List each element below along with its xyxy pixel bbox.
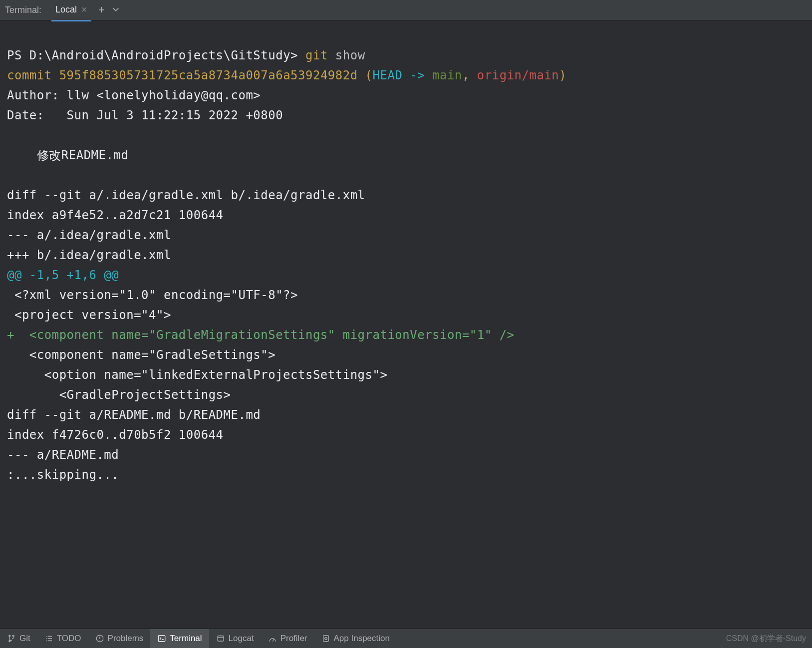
terminal-tab-label: Local [55, 4, 77, 15]
warning-icon [95, 634, 104, 643]
tool-label: Terminal [170, 634, 202, 644]
terminal-icon [157, 634, 166, 643]
diff-hunk: @@ -1,5 +1,6 @@ [7, 268, 119, 282]
svg-rect-3 [323, 636, 328, 642]
date-line: Date: Sun Jul 3 11:22:15 2022 +0800 [7, 108, 283, 122]
commit-message: 修改README.md [7, 148, 128, 162]
diff-index: index f4726c0..d70b5f2 100644 [7, 428, 224, 442]
diff-header: diff --git a/.idea/gradle.xml b/.idea/gr… [7, 188, 365, 202]
watermark-text: CSDN @初学者-Study [726, 634, 812, 644]
svg-point-4 [324, 638, 327, 640]
diff-old-file: --- a/.idea/gradle.xml [7, 228, 171, 242]
terminal-output[interactable]: PS D:\Android\AndroidProjects\GitStudy> … [0, 20, 812, 490]
commit-line: commit 595f885305731725ca5a8734a007a6a53… [7, 68, 566, 82]
tool-label: TODO [57, 634, 81, 644]
tool-label: Profiler [280, 634, 307, 644]
diff-header: diff --git a/README.md b/README.md [7, 408, 261, 422]
bottom-tool-bar: Git TODO Problems Terminal Logcat Profil… [0, 629, 812, 648]
diff-added: + <component name="GradleMigrationSettin… [7, 328, 515, 342]
tool-app-inspection[interactable]: App Inspection [314, 629, 397, 648]
list-icon [44, 634, 53, 643]
diff-index: index a9f4e52..a2d7c21 100644 [7, 208, 224, 222]
diff-context: <component name="GradleSettings"> [7, 348, 275, 362]
close-icon[interactable]: ✕ [81, 5, 87, 14]
diff-context: <?xml version="1.0" encoding="UTF-8"?> [7, 288, 298, 302]
terminal-panel-label: Terminal: [5, 5, 41, 15]
tool-terminal[interactable]: Terminal [150, 629, 209, 648]
tool-label: Git [19, 634, 30, 644]
tool-profiler[interactable]: Profiler [261, 629, 314, 648]
diff-context: <GradleProjectSettings> [7, 388, 231, 402]
svg-rect-1 [159, 636, 166, 642]
logcat-icon [216, 634, 225, 643]
profiler-icon [268, 634, 277, 643]
terminal-tab-strip: Terminal: Local ✕ + [0, 0, 812, 20]
tool-label: Problems [108, 634, 144, 644]
terminal-dropdown-icon[interactable] [112, 5, 120, 15]
diff-context: <project version="4"> [7, 308, 171, 322]
tool-label: App Inspection [334, 634, 390, 644]
add-terminal-icon[interactable]: + [98, 4, 105, 15]
terminal-tab-local[interactable]: Local ✕ [51, 0, 91, 21]
inspection-icon [321, 634, 330, 643]
pager-skipping: :...skipping... [7, 468, 119, 482]
diff-old-file: --- a/README.md [7, 448, 119, 462]
tool-git[interactable]: Git [0, 629, 37, 648]
diff-context: <option name="linkedExternalProjectsSett… [7, 368, 387, 382]
bottom-tool-items: Git TODO Problems Terminal Logcat Profil… [0, 629, 397, 648]
tool-label: Logcat [229, 634, 254, 644]
prompt-line: PS D:\Android\AndroidProjects\GitStudy> … [7, 48, 365, 62]
tool-todo[interactable]: TODO [37, 629, 88, 648]
tool-problems[interactable]: Problems [88, 629, 151, 648]
git-branch-icon [7, 634, 16, 643]
svg-rect-2 [218, 636, 224, 642]
author-line: Author: llw <lonelyholiday@qq.com> [7, 88, 261, 102]
diff-new-file: +++ b/.idea/gradle.xml [7, 248, 171, 262]
tool-logcat[interactable]: Logcat [209, 629, 261, 648]
